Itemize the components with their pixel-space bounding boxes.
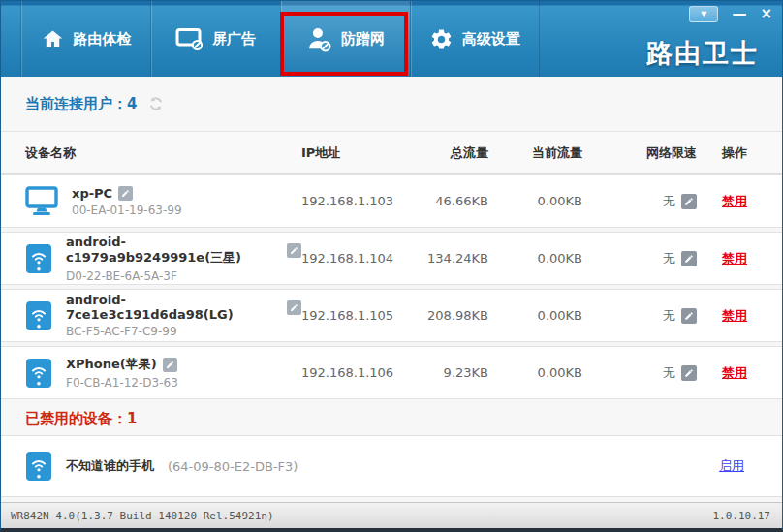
home-icon xyxy=(41,28,65,50)
nav-tabs: 路由体检 屏广告 xyxy=(20,1,540,77)
header-ip: IP地址 xyxy=(301,144,413,162)
speed-limit-value: 无 xyxy=(663,193,675,210)
device-current-traffic: 0.00KB xyxy=(488,365,582,380)
disabled-device-mac: (64-09-80-E2-DB-F3) xyxy=(168,459,298,474)
device-total-traffic: 46.66KB xyxy=(413,194,488,208)
disable-link[interactable]: 禁用 xyxy=(722,308,747,323)
disable-link[interactable]: 禁用 xyxy=(722,194,747,208)
device-table: xp-PC 00-EA-01-19-63-99 192.168.1.103 46… xyxy=(1,174,782,403)
refresh-icon[interactable] xyxy=(148,96,164,111)
table-header: 设备名称 IP地址 总流量 当前流量 网络限速 操作 xyxy=(1,131,782,174)
edit-limit-icon[interactable] xyxy=(681,365,697,381)
tab-label: 路由体检 xyxy=(74,30,132,48)
speed-limit-value: 无 xyxy=(663,307,675,325)
device-row: xp-PC 00-EA-01-19-63-99 192.168.1.103 46… xyxy=(1,174,782,228)
app-window: ▼ — × 路由卫士 路由体检 屏广告 xyxy=(0,0,783,532)
header-speed-limit: 网络限速 xyxy=(582,144,697,162)
header-total-traffic: 总流量 xyxy=(413,144,488,162)
window-menu-button[interactable]: ▼ xyxy=(689,6,718,22)
device-current-traffic: 0.00KB xyxy=(488,194,582,208)
connected-users-title: 当前连接用户：4 xyxy=(25,95,137,113)
edit-name-icon[interactable] xyxy=(163,358,177,372)
device-mac: BC-F5-AC-F7-C9-99 xyxy=(66,325,301,338)
minimize-button[interactable]: — xyxy=(732,5,746,22)
speed-limit-value: 无 xyxy=(663,364,675,382)
device-total-traffic: 9.23KB xyxy=(413,365,488,380)
tab-label: 屏广告 xyxy=(212,30,256,48)
device-row: android-c1979a9b9249991e(三星) D0-22-BE-6A… xyxy=(1,232,782,285)
device-name: xp-PC xyxy=(72,186,112,201)
disable-link[interactable]: 禁用 xyxy=(722,251,747,266)
disabled-devices-bar: 已禁用的设备：1 xyxy=(1,403,782,435)
disabled-device-name: 不知道谁的手机 xyxy=(66,457,154,475)
disable-link[interactable]: 禁用 xyxy=(722,365,747,380)
device-total-traffic: 134.24KB xyxy=(413,251,488,266)
tab-router-checkup[interactable]: 路由体检 xyxy=(20,1,150,77)
device-ip: 192.168.1.106 xyxy=(301,365,413,380)
disabled-device-row: 不知道谁的手机 (64-09-80-E2-DB-F3) 启用 xyxy=(1,435,782,497)
device-ip: 192.168.1.103 xyxy=(301,194,413,208)
edit-limit-icon[interactable] xyxy=(681,308,697,324)
edit-limit-icon[interactable] xyxy=(681,251,697,266)
tab-label: 防蹭网 xyxy=(341,30,385,48)
window-controls: ▼ — × xyxy=(689,5,772,22)
device-ip: 192.168.1.105 xyxy=(301,308,413,323)
header-current-traffic: 当前流量 xyxy=(488,144,582,162)
device-mac: 00-EA-01-19-63-99 xyxy=(72,203,182,217)
phone-wifi-icon xyxy=(25,451,52,482)
titlebar-nav: ▼ — × 路由卫士 路由体检 屏广告 xyxy=(1,1,782,77)
tab-anti-freeload[interactable]: 防蹭网 xyxy=(280,1,410,77)
phone-wifi-icon xyxy=(25,243,52,274)
device-mac: F0-CB-A1-12-D3-63 xyxy=(66,376,178,390)
firmware-version: WR842N 4.0(1.3.7 Build 140120 Rel.54921n… xyxy=(11,510,274,522)
device-name: android-c1979a9b9249991e(三星) xyxy=(66,235,281,266)
edit-name-icon[interactable] xyxy=(287,300,301,315)
enable-link[interactable]: 启用 xyxy=(719,457,744,475)
status-bar: WR842N 4.0(1.3.7 Build 140120 Rel.54921n… xyxy=(1,502,782,528)
device-total-traffic: 208.98KB xyxy=(413,308,488,323)
disabled-devices-title: 已禁用的设备：1 xyxy=(25,410,137,428)
tab-advanced-settings[interactable]: 高级设置 xyxy=(410,1,540,77)
device-ip: 192.168.1.104 xyxy=(301,251,413,266)
device-row: XPhone(苹果) F0-CB-A1-12-D3-63 192.168.1.1… xyxy=(1,346,782,399)
app-logo: 路由卫士 xyxy=(646,36,759,71)
edit-limit-icon[interactable] xyxy=(681,194,697,209)
device-current-traffic: 0.00KB xyxy=(488,251,582,266)
gear-icon xyxy=(429,27,454,51)
connected-users-bar: 当前连接用户：4 xyxy=(1,77,782,131)
tab-block-ads[interactable]: 屏广告 xyxy=(150,1,280,77)
edit-name-icon[interactable] xyxy=(118,186,133,201)
app-version: 1.0.10.17 xyxy=(712,510,770,522)
edit-name-icon[interactable] xyxy=(287,243,301,258)
speed-limit-value: 无 xyxy=(663,250,675,267)
tab-label: 高级设置 xyxy=(462,30,520,48)
close-button[interactable]: × xyxy=(760,5,772,22)
device-row: android-7ce1e3c191d6da98(LG) BC-F5-AC-F7… xyxy=(1,289,782,342)
screen-block-icon xyxy=(175,27,204,51)
device-current-traffic: 0.00KB xyxy=(488,308,582,323)
device-mac: D0-22-BE-6A-5A-3F xyxy=(66,269,301,283)
header-action: 操作 xyxy=(697,144,772,162)
pc-monitor-icon xyxy=(25,186,58,216)
device-name: android-7ce1e3c191d6da98(LG) xyxy=(66,293,281,322)
phone-wifi-icon xyxy=(25,358,52,389)
header-device-name: 设备名称 xyxy=(1,144,301,162)
phone-wifi-icon xyxy=(25,300,52,331)
device-name: XPhone(苹果) xyxy=(66,356,157,373)
person-block-icon xyxy=(306,26,332,52)
